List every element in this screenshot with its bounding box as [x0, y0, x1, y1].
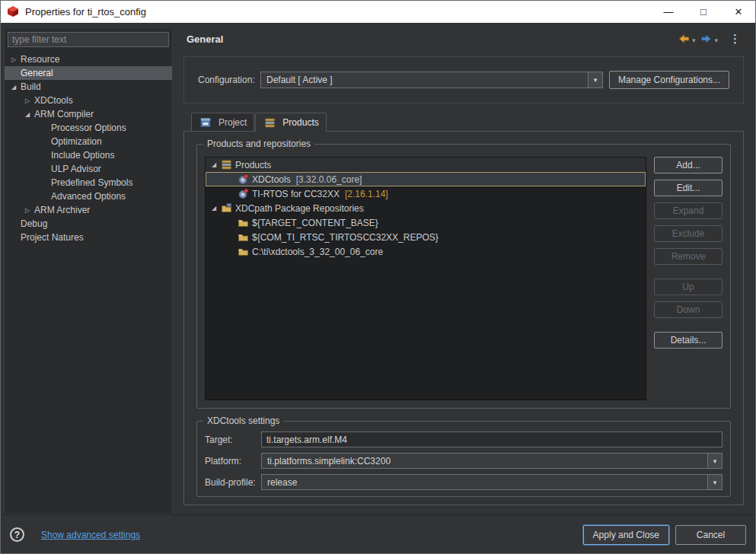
manage-configurations-button[interactable]: Manage Configurations...	[609, 71, 729, 89]
configuration-combo[interactable]: Default [ Active ] ▾	[260, 72, 603, 88]
sidebar-item-predefined-symbols[interactable]: Predefined Symbols	[5, 176, 172, 189]
tree-row-label: Products	[235, 160, 271, 170]
sidebar-item-xdctools[interactable]: ▷XDCtools	[5, 94, 172, 107]
combo-value: release	[262, 477, 707, 488]
sidebar-item-resource[interactable]: ▷Resource	[5, 53, 172, 66]
tree-row-ti-rtos-for-cc32xx[interactable]: TI-RTOS for CC32XX[2.16.1.14]	[206, 186, 646, 201]
sidebar-item-label: Predefined Symbols	[51, 177, 132, 188]
sidebar-item-label: Processor Options	[51, 123, 126, 133]
repository-folder-icon	[237, 246, 249, 257]
tree-row-label: ${TARGET_CONTENT_BASE}	[252, 218, 378, 228]
maximize-button[interactable]: □	[686, 0, 721, 23]
sidebar-item-optimization[interactable]: Optimization	[5, 135, 172, 148]
tab-products[interactable]: Products	[255, 113, 326, 132]
expanded-arrow-icon[interactable]: ◢	[8, 84, 19, 91]
maximize-icon: □	[700, 6, 707, 18]
collapsed-arrow-icon[interactable]: ▷	[22, 97, 33, 104]
product-icon	[237, 188, 249, 199]
sidebar-item-build[interactable]: ◢Build	[5, 80, 172, 94]
collapsed-arrow-icon[interactable]: ▷	[22, 207, 33, 214]
details-button[interactable]: Details...	[654, 332, 723, 349]
tree-row-label: ${COM_TI_RTSC_TIRTOSCC32XX_REPOS}	[252, 232, 439, 243]
project-tab-icon	[199, 116, 212, 128]
sidebar-item-debug[interactable]: Debug	[5, 217, 172, 231]
ti-logo-icon	[7, 5, 19, 18]
add-button[interactable]: Add...	[654, 157, 723, 174]
tab-bar: ProjectProducts	[183, 113, 744, 131]
sidebar-item-label: Build	[21, 81, 41, 92]
tree-row-xdcpath-package-repositories[interactable]: ◢XDCpath Package Repositories	[206, 201, 646, 215]
expanded-arrow-icon[interactable]: ◢	[209, 161, 219, 168]
down-button: Down	[654, 301, 723, 318]
tree-row-label: C:\ti\xdctools_3_32_00_06_core	[252, 247, 383, 257]
tree-row-xdctools[interactable]: XDCtools[3.32.0.06_core]	[206, 172, 646, 186]
sidebar-item-label: Optimization	[51, 136, 102, 147]
tab-project[interactable]: Project	[191, 113, 254, 131]
platform-combo[interactable]: ti.platforms.simplelink:CC3200▾	[261, 453, 723, 469]
close-button[interactable]: ✕	[721, 0, 756, 23]
sidebar-item-ulp-advisor[interactable]: ULP Advisor	[5, 162, 172, 176]
products-tab-icon	[263, 117, 276, 129]
sidebar-item-arm-compiler[interactable]: ◢ARM Compiler	[5, 107, 172, 121]
products-buttons: Add...Edit...ExpandExcludeRemoveUpDownDe…	[654, 157, 723, 400]
sidebar: ▷ResourceGeneral◢Build▷XDCtools◢ARM Comp…	[4, 27, 173, 514]
sidebar-item-arm-archiver[interactable]: ▷ARM Archiver	[5, 203, 172, 217]
configuration-label: Configuration:	[198, 75, 260, 85]
tree-row-products[interactable]: ◢Products	[206, 158, 646, 172]
sidebar-item-project-natures[interactable]: Project Natures	[5, 231, 172, 244]
tree-row-target-content-base[interactable]: ${TARGET_CONTENT_BASE}	[206, 215, 646, 230]
apply-and-close-button[interactable]: Apply and Close	[583, 525, 669, 545]
help-icon[interactable]: ?	[10, 527, 24, 542]
repository-folder-icon	[237, 217, 249, 228]
tree-row-version: [3.32.0.06_core]	[296, 174, 362, 185]
sidebar-item-include-options[interactable]: Include Options	[5, 148, 172, 162]
target-input[interactable]	[261, 431, 723, 447]
filter-input[interactable]	[8, 32, 169, 47]
help-glyph: ?	[14, 530, 20, 540]
tree-row-version: [2.16.1.14]	[345, 189, 388, 199]
show-advanced-settings-link[interactable]: Show advanced settings	[41, 530, 140, 540]
exclude-button: Exclude	[654, 225, 723, 242]
header-nav: ▾ ▾ ⋮	[678, 32, 741, 46]
repository-folder-icon	[237, 231, 249, 243]
tab-label: Products	[282, 117, 318, 128]
products-tree[interactable]: ◢ProductsXDCtools[3.32.0.06_core]TI-RTOS…	[205, 157, 646, 400]
sidebar-item-advanced-options[interactable]: Advanced Options	[5, 189, 172, 203]
forward-history-caret-icon[interactable]: ▾	[714, 37, 718, 44]
xdcpath-folder-icon	[220, 202, 232, 214]
titlebar: Properties for ti_rtos_config — □ ✕	[0, 0, 756, 23]
chevron-down-icon[interactable]: ▾	[707, 475, 722, 489]
view-menu-icon[interactable]: ⋮	[729, 32, 741, 46]
sidebar-item-label: Debug	[21, 218, 47, 229]
expanded-arrow-icon[interactable]: ◢	[209, 205, 219, 212]
page-header: General ▾ ▾ ⋮	[177, 27, 750, 50]
platform-label: Platform:	[205, 456, 261, 466]
sidebar-item-general[interactable]: General	[5, 66, 172, 80]
edit-button[interactable]: Edit...	[654, 180, 723, 196]
combo-value: ti.platforms.simplelink:CC3200	[262, 456, 707, 466]
window-title: Properties for ti_rtos_config	[25, 6, 146, 18]
back-history-caret-icon[interactable]: ▾	[692, 37, 696, 44]
collapsed-arrow-icon[interactable]: ▷	[8, 56, 19, 63]
configuration-panel: Configuration: Default [ Active ] ▾ Mana…	[183, 56, 744, 103]
page-title: General	[187, 33, 223, 45]
expanded-arrow-icon[interactable]: ◢	[22, 111, 33, 118]
chevron-down-icon[interactable]: ▾	[707, 454, 722, 468]
chevron-down-icon[interactable]: ▾	[588, 72, 602, 88]
tree-row-label: XDCpath Package Repositories	[235, 203, 364, 214]
build-profile-row: Build-profile:release▾	[205, 474, 723, 490]
forward-arrow-icon[interactable]	[700, 33, 713, 45]
sidebar-item-processor-options[interactable]: Processor Options	[5, 121, 172, 135]
tree-row-c-ti-xdctools-3-32-00-06-core[interactable]: C:\ti\xdctools_3_32_00_06_core	[206, 244, 646, 259]
sidebar-item-label: XDCtools	[34, 95, 73, 106]
cancel-button[interactable]: Cancel	[675, 525, 746, 545]
remove-button: Remove	[654, 248, 723, 265]
build-profile-combo[interactable]: release▾	[261, 474, 723, 490]
up-button: Up	[654, 279, 723, 295]
minimize-button[interactable]: —	[651, 0, 686, 23]
tree-row-com-ti-rtsc-tirtoscc32xx-repos[interactable]: ${COM_TI_RTSC_TIRTOSCC32XX_REPOS}	[206, 230, 646, 244]
sidebar-item-label: ULP Advisor	[51, 164, 101, 174]
footer: ? Show advanced settings Apply and Close…	[0, 514, 756, 554]
sidebar-item-label: Include Options	[51, 150, 114, 161]
back-arrow-icon[interactable]	[678, 33, 691, 45]
